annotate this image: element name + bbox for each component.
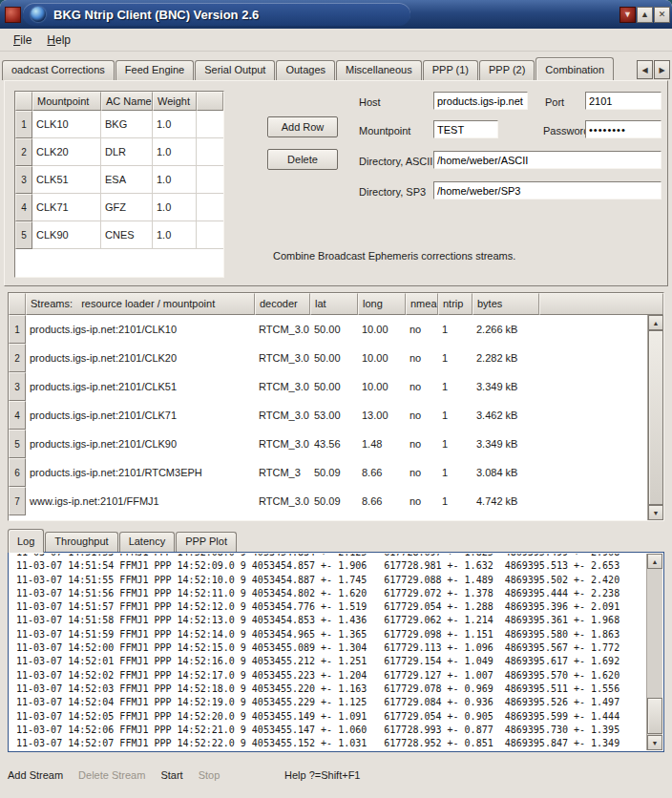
- cell-lat: 53.00: [310, 401, 358, 430]
- cell-decoder: RTCM_3.0: [255, 315, 310, 344]
- tab-label: PPP Plot: [185, 536, 227, 547]
- combination-pane: Mountpoint AC Name Weight 1 CLK10 BKG 1.…: [4, 80, 668, 286]
- cell-lat: 50.09: [310, 487, 358, 515]
- directory-ascii-input[interactable]: [433, 151, 662, 169]
- cell-ac-name[interactable]: ESA: [101, 166, 153, 194]
- scroll-down-icon[interactable]: ▼: [647, 735, 662, 750]
- column-header-decoder[interactable]: decoder: [255, 293, 310, 315]
- window-menu-button[interactable]: [5, 7, 21, 23]
- output-tab[interactable]: Latency: [119, 532, 176, 552]
- settings-tab[interactable]: Feed Engine: [116, 60, 194, 80]
- column-header-nmea[interactable]: nmea: [406, 293, 438, 315]
- output-tab[interactable]: Throughput: [45, 532, 117, 552]
- settings-tab[interactable]: Serial Output: [195, 60, 275, 80]
- host-input[interactable]: [433, 92, 528, 110]
- log-scrollbar[interactable]: ▲ ▼: [646, 554, 662, 750]
- directory-sp3-input[interactable]: [433, 181, 662, 200]
- stream-row[interactable]: 1 products.igs-ip.net:2101/CLK10 RTCM_3.…: [9, 315, 647, 344]
- scroll-up-icon[interactable]: ▲: [648, 315, 663, 330]
- cell-weight[interactable]: 1.0: [153, 194, 197, 221]
- stream-row[interactable]: 7 www.igs-ip.net:2101/FFMJ1 RTCM_3.0 50.…: [9, 487, 647, 515]
- stream-row[interactable]: 4 products.igs-ip.net:2101/CLK71 RTCM_3.…: [9, 401, 647, 430]
- output-tab[interactable]: PPP Plot: [176, 532, 237, 552]
- cell-weight[interactable]: 1.0: [153, 138, 197, 166]
- cell-ac-name[interactable]: DLR: [101, 138, 153, 166]
- cell-weight[interactable]: 1.0: [153, 111, 197, 138]
- row-header: 3: [9, 372, 26, 401]
- cell-mountpoint[interactable]: CLK10: [32, 111, 101, 138]
- cell-ac-name[interactable]: BKG: [101, 111, 153, 138]
- cell-weight[interactable]: 1.0: [153, 221, 197, 249]
- cell-long: 8.66: [358, 487, 406, 515]
- settings-tab[interactable]: Miscellaneous: [336, 60, 422, 80]
- log-line: 11-03-07 14:52:04 FFMJ1 PPP 14:52:19.0 9…: [16, 696, 645, 709]
- titlebar[interactable]: BKG Ntrip Client (BNC) Version 2.6 ▼ ▲ ✕: [0, 0, 672, 29]
- log-view: 11-03-07 14:51:53 FFMJ1 PPP 14:52:08.0 9…: [8, 552, 664, 752]
- tab-label: PPP (1): [432, 64, 469, 75]
- action-button[interactable]: Start: [160, 769, 182, 781]
- settings-tab[interactable]: Combination: [536, 57, 614, 80]
- settings-tabbar: oadcast Corrections Feed Engine Serial O…: [2, 55, 672, 80]
- delete-button[interactable]: Delete: [267, 149, 338, 170]
- scroll-down-icon[interactable]: ▼: [648, 505, 663, 520]
- cell-ac-name[interactable]: GFZ: [101, 194, 153, 221]
- stream-row[interactable]: 3 products.igs-ip.net:2101/CLK51 RTCM_3.…: [9, 372, 647, 401]
- tab-scroll-right-button[interactable]: ▶: [654, 60, 670, 79]
- scroll-up-icon[interactable]: ▲: [647, 554, 662, 569]
- column-header-ac-name[interactable]: AC Name: [101, 92, 153, 111]
- settings-tab[interactable]: PPP (1): [423, 60, 478, 80]
- streams-table-body: 1 products.igs-ip.net:2101/CLK10 RTCM_3.…: [9, 315, 647, 520]
- cell-mountpoint[interactable]: CLK51: [32, 166, 101, 194]
- column-header-lat[interactable]: lat: [310, 293, 358, 315]
- column-header-bytes[interactable]: bytes: [472, 293, 539, 315]
- tab-scroll-buttons: ◀ ▶: [636, 60, 670, 79]
- tab-scroll-left-button[interactable]: ◀: [637, 60, 653, 79]
- log-line: 11-03-07 14:51:54 FFMJ1 PPP 14:52:09.0 9…: [16, 559, 645, 573]
- settings-tab[interactable]: Outages: [276, 60, 335, 80]
- stream-row[interactable]: 2 products.igs-ip.net:2101/CLK20 RTCM_3.…: [9, 344, 647, 372]
- column-header-mountpoint[interactable]: Mountpoint: [32, 92, 101, 111]
- action-button[interactable]: Delete Stream: [78, 769, 145, 781]
- column-header-long[interactable]: long: [358, 293, 406, 315]
- add-row-button[interactable]: Add Row: [267, 116, 338, 137]
- action-button[interactable]: Add Stream: [8, 769, 63, 781]
- settings-tab[interactable]: oadcast Corrections: [2, 60, 115, 80]
- settings-tab[interactable]: PPP (2): [479, 60, 535, 80]
- password-input[interactable]: [585, 120, 662, 138]
- tab-label: Log: [17, 536, 34, 547]
- cell-mountpoint[interactable]: CLK20: [32, 138, 101, 166]
- streams-scrollbar-thumb[interactable]: [648, 330, 663, 505]
- port-input[interactable]: [585, 92, 662, 110]
- row-header: 3: [15, 166, 32, 194]
- log-line: 11-03-07 14:52:07 FFMJ1 PPP 14:52:22.0 9…: [16, 737, 645, 750]
- log-scrollbar-thumb[interactable]: [647, 698, 662, 734]
- cell-long: 10.00: [358, 344, 406, 372]
- column-header-ntrip[interactable]: ntrip: [438, 293, 472, 315]
- cell-bytes: 3.084 kB: [472, 458, 539, 487]
- column-header-weight[interactable]: Weight: [153, 92, 197, 111]
- action-button[interactable]: Stop: [199, 769, 220, 781]
- cell-bytes: 4.742 kB: [472, 487, 539, 515]
- minimize-button[interactable]: ▼: [620, 7, 636, 23]
- stream-row[interactable]: 5 products.igs-ip.net:2101/CLK90 RTCM_3.…: [9, 430, 647, 458]
- log-line: 11-03-07 14:52:05 FFMJ1 PPP 14:52:20.0 9…: [16, 710, 645, 724]
- cell-decoder: RTCM_3.0: [255, 344, 310, 372]
- cell-weight[interactable]: 1.0: [153, 166, 197, 194]
- cell-mountpoint[interactable]: CLK90: [32, 221, 101, 249]
- cell-source: products.igs-ip.net:2101/CLK10: [26, 315, 255, 344]
- log-line: 11-03-07 14:52:00 FFMJ1 PPP 14:52:15.0 9…: [16, 641, 645, 655]
- streams-scrollbar[interactable]: ▲ ▼: [647, 315, 663, 520]
- maximize-button[interactable]: ▲: [637, 7, 653, 23]
- menu-item[interactable]: Help: [39, 32, 78, 49]
- column-header-streams[interactable]: Streams: resource loader / mountpoint: [26, 293, 255, 315]
- menu-item[interactable]: File: [6, 32, 39, 49]
- close-button[interactable]: ✕: [654, 7, 670, 23]
- mountpoint-input[interactable]: [433, 120, 498, 138]
- cell-ac-name[interactable]: CNES: [101, 221, 153, 249]
- tab-label: Serial Output: [204, 64, 265, 75]
- stream-row[interactable]: 6 products.igs-ip.net:2101/RTCM3EPH RTCM…: [9, 458, 647, 487]
- action-bar: Add Stream Delete Stream Start Stop Help…: [0, 760, 672, 798]
- cell-mountpoint[interactable]: CLK71: [32, 194, 101, 221]
- output-tab[interactable]: Log: [8, 529, 44, 553]
- cell-source: www.igs-ip.net:2101/FFMJ1: [26, 487, 255, 515]
